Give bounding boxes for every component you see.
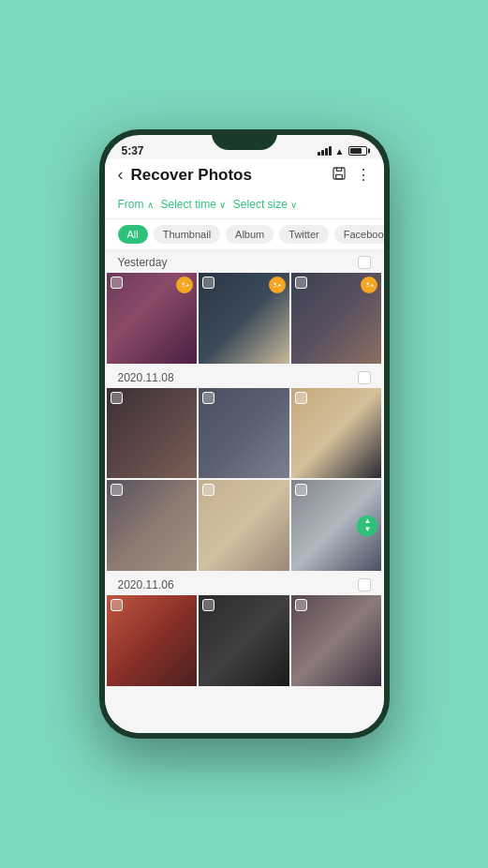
cat-album[interactable]: Album — [226, 225, 274, 244]
page-title: Recover Photos — [131, 166, 332, 185]
scroll-up-arrow: ▲ — [364, 517, 372, 525]
photo-cell[interactable]: ▲ ▼ — [291, 480, 382, 571]
header-actions: ⋮ — [332, 166, 371, 185]
photo-checkbox[interactable] — [202, 599, 214, 611]
photo-checkbox[interactable] — [202, 277, 214, 289]
back-button[interactable]: ‹ — [118, 165, 124, 185]
photo-grid-2020-11-08: ▲ ▼ — [105, 388, 384, 573]
date-header-2020-11-06: 2020.11.06 — [105, 573, 384, 595]
select-time-chevron: ∨ — [219, 200, 226, 210]
photo-cell[interactable] — [107, 595, 198, 686]
signal-icon — [318, 146, 332, 156]
cat-facebook[interactable]: Facebook — [334, 225, 384, 244]
date-header-yesterday: Yesterday — [105, 250, 384, 273]
date-group-2020-11-08: 2020.11.08 — [105, 366, 384, 573]
svg-point-2 — [182, 282, 184, 284]
photo-checkbox[interactable] — [295, 484, 307, 496]
photo-cell[interactable] — [199, 388, 289, 479]
from-label: From — [118, 198, 144, 211]
from-filter[interactable]: From ∧ — [118, 198, 154, 211]
app-header: ‹ Recover Photos ⋮ — [105, 159, 384, 190]
status-icons: ▲ — [318, 146, 367, 157]
photo-checkbox[interactable] — [111, 277, 123, 289]
photo-checkbox[interactable] — [295, 392, 307, 404]
photo-checkbox[interactable] — [202, 484, 214, 496]
notch — [212, 129, 277, 150]
photo-checkbox[interactable] — [111, 484, 123, 496]
select-time-filter[interactable]: Select time ∨ — [161, 198, 226, 211]
svg-point-3 — [274, 282, 276, 284]
save-icon[interactable] — [332, 166, 347, 185]
photo-grid-2020-11-06 — [105, 595, 384, 688]
scroll-down-arrow: ▼ — [364, 526, 372, 533]
filter-bar: From ∧ Select time ∨ Select size ∨ — [105, 190, 384, 219]
photo-cell[interactable] — [107, 388, 198, 479]
photo-cell[interactable] — [199, 480, 289, 571]
photo-checkbox[interactable] — [111, 392, 123, 404]
date-label-2020-11-06: 2020.11.06 — [118, 578, 174, 591]
date-group-2020-11-06: 2020.11.06 — [105, 573, 384, 688]
photo-cell[interactable] — [199, 595, 289, 686]
photo-checkbox[interactable] — [295, 599, 307, 611]
select-time-label: Select time — [161, 198, 216, 211]
from-chevron: ∧ — [147, 200, 154, 210]
battery-icon — [348, 146, 367, 156]
photo-checkbox[interactable] — [295, 277, 307, 289]
photo-cell[interactable] — [107, 480, 198, 571]
scroll-indicator: ▲ ▼ — [357, 516, 377, 536]
date-checkbox-yesterday[interactable] — [358, 256, 371, 269]
phone-device: 5:37 ▲ ‹ Recover Photos — [99, 129, 390, 739]
svg-rect-1 — [335, 174, 342, 179]
date-checkbox-2020-11-08[interactable] — [358, 371, 371, 384]
more-icon[interactable]: ⋮ — [356, 166, 371, 184]
photo-cell[interactable] — [199, 273, 289, 364]
photo-checkbox[interactable] — [111, 599, 123, 611]
select-size-filter[interactable]: Select size ∨ — [233, 198, 297, 211]
wifi-icon: ▲ — [335, 146, 345, 157]
cat-thumbnail[interactable]: Thumbnail — [154, 225, 220, 244]
phone-screen: 5:37 ▲ ‹ Recover Photos — [105, 135, 384, 733]
photo-cell[interactable] — [291, 595, 382, 686]
date-checkbox-2020-11-06[interactable] — [358, 578, 371, 591]
date-header-2020-11-08: 2020.11.08 — [105, 366, 384, 388]
photo-cell[interactable] — [107, 273, 198, 364]
date-label-yesterday: Yesterday — [118, 256, 168, 269]
status-time: 5:37 — [122, 144, 144, 157]
cat-all[interactable]: All — [118, 225, 148, 244]
select-size-chevron: ∨ — [290, 200, 297, 210]
svg-point-4 — [366, 282, 368, 284]
photo-cell[interactable] — [291, 273, 382, 364]
category-bar: All Thumbnail Album Twitter Facebook — [105, 219, 384, 250]
photo-content: Yesterday — [105, 250, 384, 733]
select-size-label: Select size — [233, 198, 288, 211]
cat-twitter[interactable]: Twitter — [279, 225, 328, 244]
photo-badge — [269, 277, 286, 293]
photo-checkbox[interactable] — [202, 392, 214, 404]
photo-grid-yesterday — [105, 273, 384, 366]
date-group-yesterday: Yesterday — [105, 250, 384, 366]
svg-rect-0 — [333, 168, 345, 179]
photo-cell[interactable] — [291, 388, 382, 479]
date-label-2020-11-08: 2020.11.08 — [118, 371, 174, 384]
